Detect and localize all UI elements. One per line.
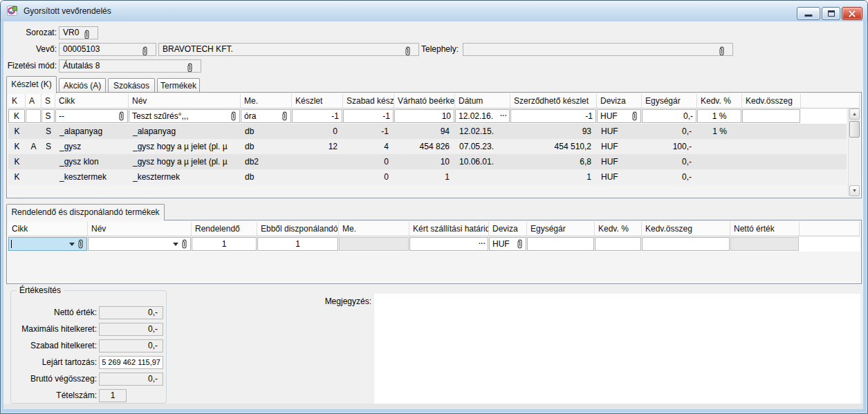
tetelszam-label: Tételszám: [12,389,97,402]
kert-szallitasi-hatarido-field[interactable]: ··· [409,237,488,251]
order-edit-row[interactable]: 11···HUF [8,236,860,252]
stock-cell: HUF [597,154,642,169]
scroll-down-icon[interactable]: ▼ [849,185,860,196]
nev-combobox[interactable] [88,237,191,251]
paperclip-button[interactable] [517,239,524,251]
egysegar-field[interactable] [527,237,594,251]
stock-edit-cell[interactable]: -1 [343,109,394,123]
deviza-field[interactable]: HUF [489,237,526,251]
close-icon [848,10,856,18]
paperclip-button[interactable] [77,239,84,251]
ellipsis-button[interactable]: ··· [479,238,486,250]
titlebar: Gyorsított vevőrendelés [1,1,867,21]
sorozat-field[interactable]: VR0 [59,26,98,39]
stock-cell: 6,8 [510,154,597,169]
paperclip-icon [187,63,194,73]
stock-edit-cell[interactable]: 12.02.16.··· [455,109,510,123]
stock-cell [455,169,510,185]
stock-cell: 0 [343,154,394,169]
maximize-button[interactable] [822,7,840,20]
stock-edit-cell-value: HUF [600,111,618,121]
kedv-szazalek-field[interactable] [595,237,641,251]
stock-edit-cell[interactable]: -1 [292,109,342,123]
stock-scrollbar[interactable]: ▲ ▼ [848,109,860,196]
stock-cell: HUF [597,169,642,185]
rendelendo-field[interactable]: 1 [192,237,257,251]
paperclip-button[interactable] [118,111,125,123]
stock-edit-cell[interactable] [742,109,800,123]
paperclip-button[interactable] [281,111,288,123]
rendelendo-field-value: 1 [222,239,227,249]
chevron-down-icon[interactable] [69,243,75,246]
stock-cell: 10 [394,154,455,169]
stock-cell: 1 [510,169,597,185]
stock-edit-cell[interactable]: -1 [510,109,596,123]
order-col-header: Nettó érték [730,222,800,236]
stock-cell: db2 [241,154,292,169]
paperclip-icon [77,239,84,249]
stock-cell: 94 [394,124,455,139]
tab-keszlet[interactable]: Készlet (K) [6,76,57,93]
order-col-header: Rendelendő [192,222,257,236]
tab-rendelendo[interactable]: Rendelendő és diszponálandó termékek [6,204,165,220]
cikk-combobox[interactable] [8,237,87,251]
ertekesites-groupbox: Értékesítés Nettó érték:0,-Maximális hit… [10,290,167,404]
scroll-thumb[interactable] [849,121,860,138]
ebbol-diszponalando-field[interactable]: 1 [257,237,338,251]
stock-edit-cell[interactable]: K [8,109,25,123]
stock-cell: 10.06.01. [455,154,510,169]
stock-cell: _gysz hogy a µ jelet (pl. µ [129,139,241,154]
vevo-name-field[interactable]: BRAVOTECH KFT. [158,43,419,56]
tetelszam-field: 1 [99,389,127,402]
stock-edit-cell[interactable]: S [41,109,55,123]
paperclip-button[interactable] [230,111,237,123]
tab-szokasos[interactable]: Szokásos (S) [108,78,155,93]
maximize-icon [828,10,835,17]
telephely-label: Telephely: [421,43,459,56]
tab-termekek[interactable]: Termékek [157,78,200,93]
minimize-button[interactable] [797,7,820,20]
megjegyzes-textarea[interactable] [374,294,860,404]
stock-col-header: Szerződhető készlet [510,94,597,108]
telephely-field[interactable] [463,43,733,56]
stock-edit-cell[interactable]: HUF [597,109,641,123]
maximalis-hitelkeret-field: 0,- [99,323,163,336]
close-button[interactable] [842,7,862,20]
stock-edit-cell[interactable]: 1 % [697,109,741,123]
stock-edit-cell[interactable]: -- [55,109,128,123]
stock-edit-cell-value: óra [244,111,256,121]
brutto-vegosszeg-label: Bruttó végösszeg: [12,373,97,386]
stock-cell: 0 [343,169,394,185]
tab-akcios[interactable]: Akciós (A) [59,78,106,93]
stock-edit-cell-value: S [45,111,50,121]
stock-edit-cell[interactable]: 10 [394,109,454,123]
stock-row[interactable]: KAS_gysz_gysz hogy a µ jelet (pl. µdb124… [8,139,847,154]
chevron-down-icon[interactable] [173,243,178,246]
stock-edit-cell[interactable] [26,109,41,123]
order-col-header: Kedv.összeg [642,222,730,236]
stock-edit-cell[interactable]: 0,- [642,109,696,123]
scroll-up-icon[interactable]: ▲ [849,109,860,120]
stock-edit-row[interactable]: KS-- Teszt szűrés°,,, óra -1-11012.02.16… [8,109,847,124]
stock-row[interactable]: K_kesztermek_kesztermekdb011HUF0,- [8,169,847,185]
kedv-osszeg-field[interactable] [642,237,730,251]
stock-cell [742,139,801,154]
stock-edit-cell[interactable]: óra [241,109,291,123]
stock-cell: 4 [343,139,394,154]
stock-edit-cell-value: K [14,111,19,121]
stock-cell: _gysz hogy a µ jelet (pl. µ [129,154,241,169]
stock-col-header: Me. [241,94,292,108]
order-col-header: Név [88,222,192,236]
ellipsis-button[interactable]: ··· [500,110,507,122]
stock-cell: 07.05.23. [455,139,510,154]
paperclip-button[interactable] [181,239,188,251]
fizetesi-mod-field[interactable]: Átutalás 8 [59,59,201,73]
paperclip-button[interactable] [631,111,638,123]
stock-cell [292,154,343,169]
stock-edit-cell[interactable]: Teszt szűrés°,,, [129,109,240,123]
stock-row[interactable]: KS_alapanyag_alapanyagdb0-19412.02.15.93… [8,124,847,139]
stock-col-header: Dátum [455,94,510,108]
stock-row[interactable]: K_gysz klon_gysz hogy a µ jelet (pl. µdb… [8,154,847,169]
vevo-code-field[interactable]: 00005103 [59,43,156,56]
stock-cell: _gysz klon [55,154,129,169]
